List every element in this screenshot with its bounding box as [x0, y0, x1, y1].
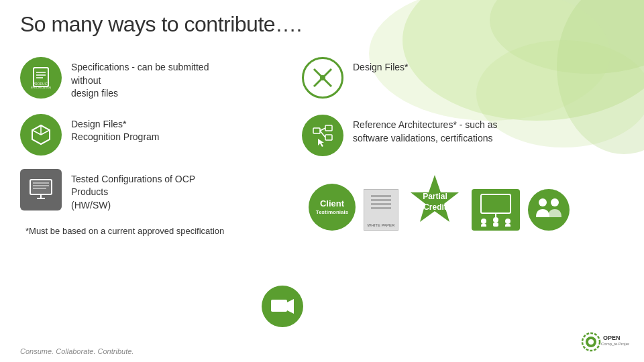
svg-text:Comp_te·Project: Comp_te·Project	[601, 342, 629, 346]
design-files-text: Design Files*	[353, 57, 408, 74]
camera-svg	[270, 296, 295, 317]
svg-point-46	[588, 339, 594, 345]
svg-rect-25	[313, 128, 320, 133]
footer-tagline: Consume. Collaborate. Contribute.	[20, 347, 133, 355]
main-layout: So many ways to contribute…. PRODUCT SPE…	[0, 0, 644, 243]
design-files-icon-circle	[302, 57, 343, 99]
svg-point-41	[551, 198, 559, 206]
design-files-row: Design Files*	[302, 50, 624, 105]
people-svg	[533, 197, 564, 223]
client-testimonials-badge: Client Testimonials	[309, 184, 356, 231]
svg-point-36	[493, 217, 498, 223]
bottom-icons-row: Client Testimonials WHITE PAPER	[309, 174, 624, 231]
page-title: So many ways to contribute….	[20, 12, 624, 37]
svg-rect-35	[481, 224, 486, 227]
ocp-logo-svg: OPEN Comp_te·Project	[579, 330, 629, 354]
svg-point-38	[505, 219, 511, 224]
network-icon	[310, 123, 335, 148]
product-spec-icon: PRODUCT SPECIFICATION	[28, 65, 54, 90]
svg-line-28	[320, 128, 325, 131]
reference-arch-icon-circle	[302, 115, 343, 156]
white-paper-badge: WHITE PAPER	[364, 189, 398, 231]
partial-credit-text: Partial Credit	[423, 192, 447, 213]
two-column-layout: PRODUCT SPECIFICATION Specifications - c…	[20, 50, 624, 237]
svg-marker-43	[287, 299, 294, 314]
svg-line-13	[32, 130, 41, 135]
products-ocp-icon-circle	[20, 114, 62, 156]
products-ocp-row: Design Files* Recognition Program	[20, 107, 302, 162]
white-paper-doc: WHITE PAPER	[364, 189, 398, 231]
svg-point-24	[320, 75, 325, 80]
specifications-icon-circle: PRODUCT SPECIFICATION	[20, 57, 62, 99]
svg-rect-42	[271, 300, 287, 312]
svg-rect-37	[493, 223, 498, 227]
reference-arch-row: Reference Architectures* - such as softw…	[302, 108, 624, 163]
ocp-logo: OPEN Comp_te·Project	[577, 328, 631, 355]
left-column: PRODUCT SPECIFICATION Specifications - c…	[20, 50, 302, 237]
tested-configs-icon-circle	[20, 169, 62, 210]
pencil-ruler-icon	[311, 66, 335, 90]
video-camera-icon-circle	[262, 286, 303, 327]
monitor-icon	[28, 176, 54, 203]
svg-text:OPEN: OPEN	[603, 335, 621, 341]
specifications-text: Specifications - can be submitted withou…	[71, 57, 219, 101]
svg-marker-30	[318, 139, 324, 147]
svg-rect-39	[505, 224, 511, 227]
right-column: Design Files*	[302, 50, 624, 237]
svg-rect-27	[325, 135, 332, 140]
products-ocp-text: Design Files* Recognition Program	[71, 114, 160, 144]
svg-rect-16	[30, 180, 52, 194]
tested-configs-row: Tested Configurations of OCP Products (H…	[20, 162, 302, 219]
presentation-icon	[472, 189, 520, 231]
svg-rect-26	[325, 125, 332, 131]
footnote-text: *Must be based on a current approved spe…	[23, 226, 224, 236]
svg-rect-32	[481, 194, 511, 213]
collaboration-icon	[528, 189, 570, 231]
specifications-row: PRODUCT SPECIFICATION Specifications - c…	[20, 50, 302, 107]
svg-point-34	[481, 219, 486, 224]
partial-credit-star: Partial Credit	[407, 174, 464, 231]
svg-line-14	[41, 130, 50, 135]
svg-line-29	[320, 131, 325, 137]
cube-icon	[28, 122, 54, 147]
presentation-svg	[476, 193, 516, 227]
footnote-container: *Must be based on a current approved spe…	[20, 219, 302, 237]
reference-arch-text: Reference Architectures* - such as softw…	[353, 115, 498, 145]
svg-text:SPECIFICATION: SPECIFICATION	[31, 86, 51, 89]
svg-point-40	[539, 198, 547, 206]
tested-configs-text: Tested Configurations of OCP Products (H…	[71, 169, 219, 213]
